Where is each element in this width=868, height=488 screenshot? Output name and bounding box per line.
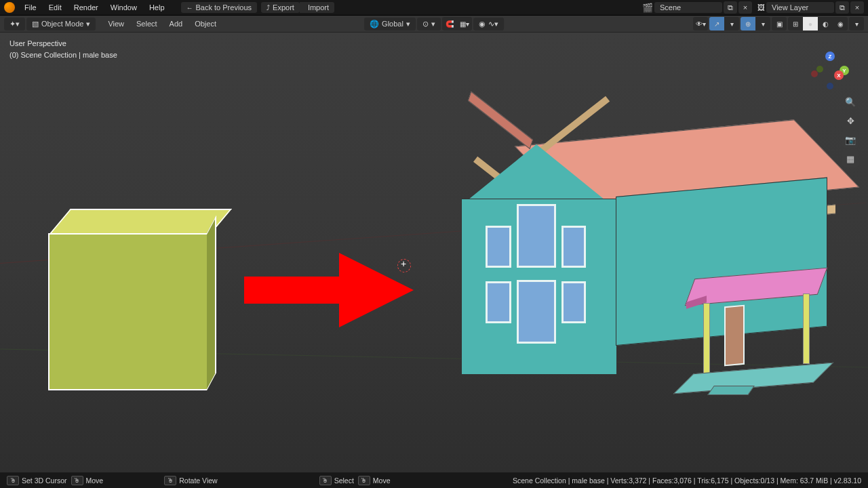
rendered-shading[interactable]: ◉ xyxy=(833,17,848,30)
mouse-right-icon: 🖱 xyxy=(358,476,370,485)
top-menu-bar: File Edit Render Window Help ←Back to Pr… xyxy=(0,0,868,16)
solid-shading[interactable]: ● xyxy=(803,17,818,30)
menu-help[interactable]: Help xyxy=(144,1,170,14)
shading-modes: ⊞ ● ◐ ◉ xyxy=(788,17,848,30)
add-menu[interactable]: Add xyxy=(164,18,189,30)
mouse-left-icon: 🖱 xyxy=(71,476,83,485)
camera-view-button[interactable]: 📷 xyxy=(842,131,859,148)
porch-deck xyxy=(673,363,834,394)
red-arrow-annotation xyxy=(244,243,414,339)
roof-left-slope xyxy=(468,92,533,150)
pan-button[interactable]: ✥ xyxy=(842,113,859,129)
house-mesh-object[interactable] xyxy=(448,97,834,395)
proportional-icon: ◉ xyxy=(479,20,486,28)
active-object-path: (0) Scene Collection | male base xyxy=(9,49,117,61)
overlay-options[interactable]: ▾ xyxy=(755,17,770,30)
back-arrow-icon: ← xyxy=(186,4,193,12)
menu-render[interactable]: Render xyxy=(68,1,104,14)
visibility-filter[interactable]: 👁▾ xyxy=(693,17,708,30)
hint-move-2: 🖱Move xyxy=(358,476,391,485)
neg-y-axis[interactable] xyxy=(816,66,823,73)
export-button[interactable]: ⤴Export xyxy=(261,2,300,13)
pivot-point[interactable]: ⊙▾ xyxy=(417,18,441,30)
menu-window[interactable]: Window xyxy=(105,1,142,14)
xray-toggle[interactable]: ▣ xyxy=(772,17,787,30)
select-menu[interactable]: Select xyxy=(131,18,163,30)
delete-viewlayer-button[interactable]: × xyxy=(850,1,864,14)
overlay-group: ⊕ ▾ xyxy=(741,17,770,30)
window xyxy=(561,281,586,323)
hint-select: 🖱Select xyxy=(319,476,354,485)
matprev-shading[interactable]: ◐ xyxy=(818,17,833,30)
zoom-button[interactable]: 🔍 xyxy=(842,94,859,110)
viewport-overlay-text: User Perspective (0) Scene Collection | … xyxy=(9,38,117,60)
object-mode-icon: ▧ xyxy=(32,20,39,28)
wireframe-shading[interactable]: ⊞ xyxy=(788,17,803,30)
back-label: Back to Previous xyxy=(196,3,252,12)
import-button[interactable]: Import xyxy=(300,2,334,13)
scene-icon: 🎬 xyxy=(642,3,653,13)
shading-options[interactable]: ▾ xyxy=(849,17,864,30)
dropdown-icon: ▾ xyxy=(406,20,410,28)
export-label: Export xyxy=(273,3,294,12)
menu-edit[interactable]: Edit xyxy=(43,1,67,14)
pivot-icon: ⊙ xyxy=(422,20,429,28)
mouse-left-icon: 🖱 xyxy=(7,476,19,485)
import-label: Import xyxy=(308,3,329,12)
export-icon: ⤴ xyxy=(267,4,270,12)
mouse-right-icon: 🖱 xyxy=(319,476,332,485)
mode-selector[interactable]: ▧Object Mode▾ xyxy=(26,18,96,30)
z-axis[interactable]: Z xyxy=(825,52,835,61)
globe-icon: 🌐 xyxy=(370,20,379,28)
3d-viewport[interactable]: User Perspective (0) Scene Collection | … xyxy=(0,33,868,472)
view-menu[interactable]: View xyxy=(102,18,130,30)
window xyxy=(517,204,556,268)
view-name: User Perspective xyxy=(9,38,117,49)
house-side-wall xyxy=(616,178,827,346)
interaction-mode-icon[interactable]: ✦▾ xyxy=(4,18,25,30)
proportional-editing[interactable]: ◉∿▾ xyxy=(473,18,504,30)
new-viewlayer-button[interactable]: ⧉ xyxy=(835,1,849,14)
status-bar: 🖱Set 3D Cursor 🖱Move 🖱Rotate View 🖱Selec… xyxy=(0,472,868,488)
gizmo-options[interactable]: ▾ xyxy=(724,17,739,30)
gable-wall xyxy=(465,144,608,203)
viewlayer-icon: 🖼 xyxy=(757,3,765,12)
perspective-toggle-button[interactable]: ▦ xyxy=(842,150,859,167)
snap-toggle[interactable]: 🧲 xyxy=(442,17,457,30)
navigation-gizmo[interactable]: Z Y X xyxy=(811,52,849,89)
blender-logo-icon[interactable] xyxy=(4,2,15,13)
dropdown-icon: ▾ xyxy=(86,20,90,28)
x-axis[interactable]: X xyxy=(834,70,844,80)
viewport-nav-buttons: 🔍 ✥ 📷 ▦ xyxy=(842,94,859,167)
porch-post xyxy=(703,303,710,378)
delete-scene-button[interactable]: × xyxy=(738,1,752,14)
porch-post xyxy=(803,293,810,364)
mouse-middle-icon: 🖱 xyxy=(164,476,176,485)
window xyxy=(486,226,511,268)
snap-options[interactable]: ▦▾ xyxy=(457,17,472,30)
viewlayer-selector[interactable]: View Layer xyxy=(766,2,834,13)
cube-top-face xyxy=(49,209,232,235)
snap-group: 🧲 ▦▾ xyxy=(442,17,472,30)
mode-label: Object Mode xyxy=(41,20,83,28)
new-scene-button[interactable]: ⧉ xyxy=(724,1,737,14)
object-menu[interactable]: Object xyxy=(189,18,222,30)
hint-move-1: 🖱Move xyxy=(71,476,104,485)
porch-step xyxy=(707,386,755,395)
hint-set-cursor: 🖱Set 3D Cursor xyxy=(7,476,67,485)
show-overlays-toggle[interactable]: ⊕ xyxy=(741,17,755,30)
orientation-label: Global xyxy=(382,20,403,28)
door xyxy=(724,305,745,367)
back-to-previous-button[interactable]: ←Back to Previous xyxy=(181,2,258,13)
neg-z-axis[interactable] xyxy=(827,83,833,89)
svg-marker-0 xyxy=(244,253,414,327)
transform-orientation[interactable]: 🌐Global▾ xyxy=(364,18,416,30)
gizmo-group: ↗ ▾ xyxy=(709,17,739,30)
scene-selector[interactable]: Scene xyxy=(654,2,722,13)
cube-front-face xyxy=(48,233,207,390)
window xyxy=(517,280,556,344)
window xyxy=(561,226,586,268)
show-gizmo-toggle[interactable]: ↗ xyxy=(709,17,724,30)
window xyxy=(486,281,511,323)
menu-file[interactable]: File xyxy=(19,1,42,14)
